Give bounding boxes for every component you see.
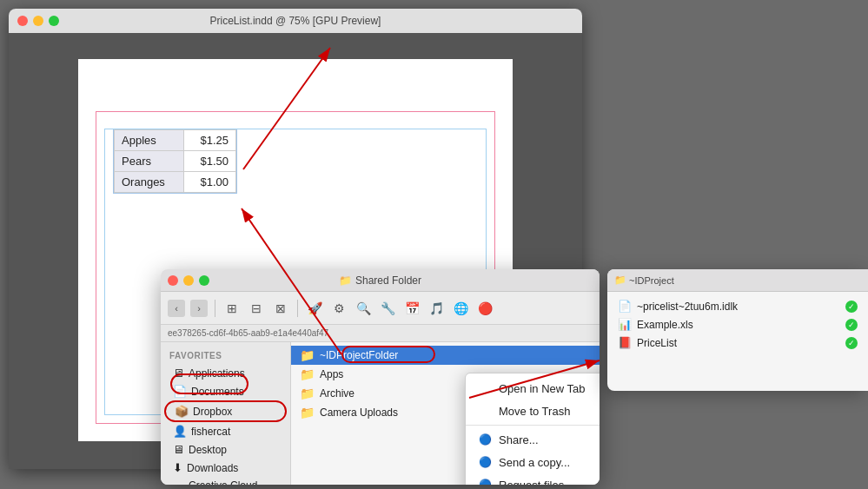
context-item-icon bbox=[478, 404, 492, 418]
path-bar: ee378265-cd6f-4b65-aab9-e1a4e440af47 bbox=[161, 325, 600, 342]
toolbar-separator-1 bbox=[215, 300, 215, 317]
maximize-button[interactable] bbox=[49, 16, 59, 26]
file-name: Example.xls bbox=[637, 319, 693, 331]
context-item-label: Send a copy... bbox=[499, 456, 570, 469]
context-item-open-in-new-tab[interactable]: Open in New Tab bbox=[466, 377, 600, 400]
right-panel: 📁 ~IDProject 📄~pricelist~2tuu6m.idlk✓📊Ex… bbox=[607, 269, 868, 391]
context-item-icon: 🔵 bbox=[478, 478, 492, 485]
folder-icon: 📁 bbox=[300, 387, 315, 400]
context-item-label: Request files... bbox=[499, 479, 573, 486]
finder-window: 📁 Shared Folder ‹ › ⊞ ⊟ ⊠ 🚀 ⚙ 🔍 🔧 📅 🎵 🌐 … bbox=[161, 269, 600, 485]
context-separator bbox=[466, 425, 600, 426]
right-panel-body: 📄~pricelist~2tuu6m.idlk✓📊Example.xls✓📕Pr… bbox=[607, 292, 868, 357]
extra-icon[interactable]: 🔴 bbox=[475, 299, 494, 318]
price-cell: $1.25 bbox=[184, 130, 236, 151]
indesign-traffic-lights bbox=[17, 16, 59, 26]
forward-button[interactable]: › bbox=[190, 300, 208, 317]
action-icon-3[interactable]: 🔍 bbox=[354, 299, 373, 318]
context-item-request-files-[interactable]: 🔵Request files... bbox=[466, 473, 600, 485]
back-button[interactable]: ‹ bbox=[168, 300, 185, 317]
sidebar-item-applications[interactable]: 🖥Applications bbox=[164, 364, 287, 382]
sidebar-item-label: fishercat bbox=[191, 426, 230, 438]
close-button[interactable] bbox=[17, 16, 28, 26]
sidebar-item-downloads[interactable]: ⬇Downloads bbox=[164, 459, 287, 477]
right-panel-titlebar: 📁 ~IDProject bbox=[607, 269, 868, 292]
finder-minimize-button[interactable] bbox=[183, 275, 194, 286]
sidebar-section-favorites: Favorites bbox=[161, 349, 290, 364]
context-item-label: Open in New Tab bbox=[499, 382, 586, 395]
action-icon-1[interactable]: 🚀 bbox=[305, 299, 324, 318]
folder-label: Archive bbox=[320, 387, 354, 400]
item-cell: Oranges bbox=[115, 172, 184, 193]
context-item-icon bbox=[478, 381, 492, 395]
finder-sidebar: Favorites 🖥Applications📄Documents📦Dropbo… bbox=[161, 342, 291, 485]
price-table-container: Apples$1.25Pears$1.50Oranges$1.00 bbox=[113, 129, 237, 194]
context-item-move-to-trash[interactable]: Move to Trash bbox=[466, 400, 600, 422]
sidebar-icon: 📦 bbox=[175, 405, 189, 418]
sidebar-item-label: Downloads bbox=[187, 462, 238, 474]
folder-label: Apps bbox=[320, 368, 343, 380]
music-icon[interactable]: 🎵 bbox=[427, 299, 446, 318]
file-icon: 📕 bbox=[618, 336, 632, 349]
price-cell: $1.50 bbox=[184, 151, 236, 172]
toolbar-separator-2 bbox=[297, 300, 298, 317]
sidebar-item-fishercat[interactable]: 👤fishercat bbox=[164, 422, 287, 440]
table-row: Apples$1.25 bbox=[115, 130, 236, 151]
folder-item-~idprojectfolder[interactable]: 📁~IDProjectFolder bbox=[291, 346, 600, 365]
view-icon-3[interactable]: ⊠ bbox=[271, 299, 290, 318]
file-item-example-xls[interactable]: 📊Example.xls✓ bbox=[607, 315, 868, 334]
folder-icon: 📁 bbox=[300, 406, 315, 420]
file-status: ✓ bbox=[845, 337, 858, 349]
view-icon-2[interactable]: ⊟ bbox=[247, 299, 266, 318]
view-icon-1[interactable]: ⊞ bbox=[222, 299, 242, 318]
sidebar-item-documents[interactable]: 📄Documents bbox=[164, 382, 287, 400]
folder-label: Camera Uploads bbox=[320, 406, 398, 419]
file-icon: 📄 bbox=[618, 300, 632, 313]
browser-icon[interactable]: 🌐 bbox=[451, 299, 470, 318]
folder-icon: 📁 bbox=[339, 274, 352, 287]
file-status: ✓ bbox=[845, 301, 858, 313]
sidebar-item-label: Applications bbox=[189, 367, 245, 380]
path-text: ee378265-cd6f-4b65-aab9-e1a4e440af47 bbox=[168, 328, 328, 338]
table-row: Oranges$1.00 bbox=[115, 172, 236, 193]
file-icon: 📊 bbox=[618, 318, 632, 331]
finder-titlebar: 📁 Shared Folder bbox=[161, 269, 600, 292]
action-icon-4[interactable]: 🔧 bbox=[378, 299, 397, 318]
context-item-icon: 🔵 bbox=[478, 455, 492, 469]
sidebar-item-creative-cloud-files[interactable]: ☁Creative Cloud Files bbox=[164, 477, 287, 485]
price-cell: $1.00 bbox=[184, 172, 236, 193]
context-item-send-a-copy-[interactable]: 🔵Send a copy... bbox=[466, 451, 600, 473]
file-name: ~pricelist~2tuu6m.idlk bbox=[637, 301, 738, 313]
item-cell: Pears bbox=[115, 151, 184, 172]
sidebar-item-dropbox[interactable]: 📦Dropbox bbox=[164, 400, 287, 422]
sidebar-item-label: Dropbox bbox=[193, 406, 232, 418]
file-name: PriceList bbox=[637, 337, 677, 349]
finder-maximize-button[interactable] bbox=[199, 275, 209, 286]
finder-close-button[interactable] bbox=[168, 275, 178, 286]
calendar-icon[interactable]: 📅 bbox=[402, 299, 421, 318]
sidebar-icon: ⬇ bbox=[173, 461, 182, 474]
sidebar-item-label: Documents bbox=[191, 386, 244, 398]
right-panel-title: ~IDProject bbox=[629, 275, 674, 286]
table-row: Pears$1.50 bbox=[115, 151, 236, 172]
sidebar-icon: 📄 bbox=[173, 385, 187, 398]
file-item-pricelist[interactable]: 📕PriceList✓ bbox=[607, 334, 868, 352]
folder-icon: 📁 bbox=[300, 348, 315, 362]
item-cell: Apples bbox=[115, 130, 184, 151]
file-item--pricelist-2tuu6m-idlk[interactable]: 📄~pricelist~2tuu6m.idlk✓ bbox=[607, 297, 868, 315]
right-panel-title-icon: 📁 bbox=[614, 274, 626, 286]
finder-main-content: 📁~IDProjectFolder📁Apps📁Archive📁Camera Up… bbox=[291, 342, 600, 485]
finder-title: 📁 Shared Folder bbox=[339, 274, 421, 287]
action-icon-2[interactable]: ⚙ bbox=[329, 299, 348, 318]
context-item-label: Share... bbox=[499, 433, 539, 446]
sidebar-icon: 👤 bbox=[173, 425, 187, 438]
file-status: ✓ bbox=[845, 319, 858, 331]
finder-body: Favorites 🖥Applications📄Documents📦Dropbo… bbox=[161, 342, 600, 485]
sidebar-item-desktop[interactable]: 🖥Desktop bbox=[164, 440, 287, 459]
sidebar-icon: 🖥 bbox=[173, 443, 184, 456]
minimize-button[interactable] bbox=[33, 16, 43, 26]
context-menu: Open in New TabMove to Trash🔵Share...🔵Se… bbox=[465, 373, 600, 485]
context-item-icon: 🔵 bbox=[478, 433, 492, 446]
context-item-share-[interactable]: 🔵Share... bbox=[466, 428, 600, 451]
sidebar-item-label: Creative Cloud Files bbox=[189, 479, 278, 485]
